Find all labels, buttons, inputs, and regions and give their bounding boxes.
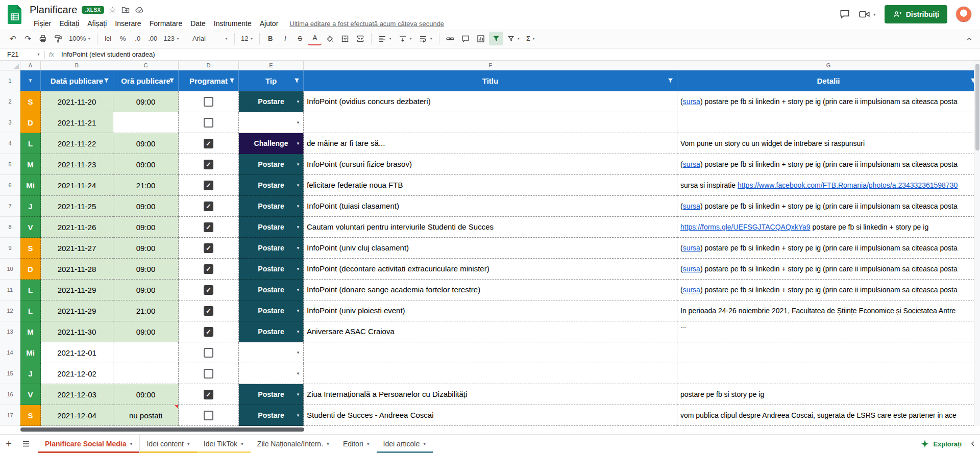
time-cell[interactable]: nu postati bbox=[113, 405, 179, 426]
day-cell[interactable]: Mi bbox=[20, 175, 41, 196]
filter-icon[interactable] bbox=[28, 79, 33, 83]
title-cell[interactable]: InfoPoint (cursuri fizice brasov) bbox=[304, 154, 677, 175]
checkbox[interactable] bbox=[204, 411, 213, 420]
detail-cell[interactable] bbox=[677, 363, 980, 384]
move-folder-icon[interactable] bbox=[121, 5, 130, 14]
header-cell-g[interactable]: Detalii bbox=[677, 70, 980, 91]
title-cell[interactable]: Aniversare ASAC Craiova bbox=[304, 321, 677, 342]
vertical-scrollbar-thumb[interactable] bbox=[975, 64, 979, 150]
time-cell[interactable]: 09:00 bbox=[113, 280, 179, 300]
time-cell[interactable]: 09:00 bbox=[113, 321, 179, 342]
italic-button[interactable]: I bbox=[278, 32, 292, 45]
time-cell[interactable]: 09:00 bbox=[113, 133, 179, 154]
detail-link[interactable]: sursa bbox=[683, 244, 700, 252]
checkbox-cell[interactable] bbox=[179, 112, 239, 133]
row-number[interactable]: 6 bbox=[0, 175, 20, 196]
detail-cell[interactable] bbox=[677, 342, 980, 363]
star-icon[interactable]: ☆ bbox=[109, 5, 116, 15]
tip-dropdown[interactable]: Postare▼ bbox=[239, 259, 304, 280]
checkbox[interactable] bbox=[204, 369, 213, 379]
filter-button[interactable] bbox=[489, 32, 503, 45]
column-header-e[interactable]: E bbox=[239, 61, 304, 70]
sheet-tab[interactable]: Idei articole▼ bbox=[377, 435, 433, 453]
day-cell[interactable]: D bbox=[20, 259, 41, 280]
bold-button[interactable]: B bbox=[263, 32, 277, 45]
tip-dropdown[interactable]: Postare▼ bbox=[239, 321, 304, 342]
day-cell[interactable]: S bbox=[20, 405, 41, 426]
checkbox-cell[interactable]: ✓ bbox=[179, 321, 239, 342]
checkbox[interactable] bbox=[204, 118, 213, 128]
collapse-chevron-icon[interactable] bbox=[969, 435, 977, 453]
detail-link[interactable]: sursa bbox=[683, 286, 700, 294]
detail-cell[interactable]: (sursa) postare pe fb si linkedin + stor… bbox=[677, 196, 980, 217]
row-number[interactable]: 10 bbox=[0, 259, 20, 280]
title-cell[interactable]: InfoPoint (univ ploiesti event) bbox=[304, 300, 677, 321]
tip-dropdown[interactable]: Postare▼ bbox=[239, 196, 304, 217]
title-cell[interactable]: Cautam voluntari pentru interviurile Stu… bbox=[304, 217, 677, 238]
add-sheet-button[interactable]: + bbox=[0, 435, 17, 453]
title-cell[interactable] bbox=[304, 363, 677, 384]
time-cell[interactable]: 09:00 bbox=[113, 384, 179, 405]
detail-cell[interactable]: ... bbox=[677, 321, 980, 342]
checkbox-cell[interactable]: ✓ bbox=[179, 280, 239, 300]
filter-icon[interactable] bbox=[168, 78, 175, 84]
checkbox-cell[interactable]: ✓ bbox=[179, 384, 239, 405]
filter-views-button[interactable]: ▼ bbox=[504, 32, 523, 45]
tip-dropdown[interactable]: Postare▼ bbox=[239, 91, 304, 112]
row-number[interactable]: 8 bbox=[0, 217, 20, 238]
row-number[interactable]: 15 bbox=[0, 363, 20, 384]
sheet-tab-menu-icon[interactable]: ▼ bbox=[366, 442, 370, 446]
checkbox-cell[interactable]: ✓ bbox=[179, 259, 239, 280]
filter-icon[interactable] bbox=[229, 78, 235, 84]
day-cell[interactable]: L bbox=[20, 280, 41, 300]
column-header-f[interactable]: F bbox=[304, 61, 677, 70]
checkbox-cell[interactable]: ✓ bbox=[179, 175, 239, 196]
detail-link[interactable]: https://www.facebook.com/FTB.Romania/pho… bbox=[738, 181, 958, 189]
day-cell[interactable]: V bbox=[20, 384, 41, 405]
time-cell[interactable]: 09:00 bbox=[113, 196, 179, 217]
date-cell[interactable]: 2021-11-22 bbox=[41, 133, 113, 154]
header-cell-e[interactable]: Tip bbox=[239, 70, 304, 91]
title-cell[interactable]: InfoPoint (ovidius concurs dezbateri) bbox=[304, 91, 677, 112]
checkbox-cell[interactable]: ✓ bbox=[179, 238, 239, 259]
header-cell-f[interactable]: Titlu bbox=[304, 70, 677, 91]
time-cell[interactable] bbox=[113, 342, 179, 363]
insert-chart-button[interactable] bbox=[474, 32, 488, 45]
fill-color-button[interactable] bbox=[323, 32, 337, 45]
font-select[interactable]: Arial ▼ bbox=[190, 32, 231, 45]
checkbox-cell[interactable]: ✓ bbox=[179, 300, 239, 321]
detail-cell[interactable]: (sursa) postare pe fb si linkedin + stor… bbox=[677, 259, 980, 280]
borders-button[interactable] bbox=[338, 32, 352, 45]
time-cell[interactable]: 09:00 bbox=[113, 91, 179, 112]
filter-icon[interactable] bbox=[103, 78, 110, 84]
text-color-button[interactable]: A bbox=[308, 32, 322, 45]
tip-dropdown[interactable]: Postare▼ bbox=[239, 405, 304, 426]
percent-format-button[interactable]: % bbox=[116, 32, 130, 45]
date-cell[interactable]: 2021-11-25 bbox=[41, 196, 113, 217]
menu-editai[interactable]: Editați bbox=[55, 18, 83, 29]
checkbox[interactable]: ✓ bbox=[204, 327, 213, 337]
detail-cell[interactable]: Vom pune un story cu un widget de intreb… bbox=[677, 133, 980, 154]
checkbox-cell[interactable] bbox=[179, 405, 239, 426]
header-cell-b[interactable]: Dată publicare bbox=[41, 70, 113, 91]
sheet-tab[interactable]: Idei TikTok▼ bbox=[197, 435, 251, 453]
menu-date[interactable]: Date bbox=[186, 18, 210, 29]
row-number[interactable]: 3 bbox=[0, 112, 20, 133]
sheet-tab-menu-icon[interactable]: ▼ bbox=[240, 442, 244, 446]
menu-fiier[interactable]: Fișier bbox=[30, 18, 55, 29]
horizontal-scrollbar-thumb[interactable] bbox=[20, 427, 304, 432]
row-number[interactable]: 14 bbox=[0, 342, 20, 363]
detail-link[interactable]: sursa bbox=[683, 202, 700, 210]
number-format-button[interactable]: 123 ▼ bbox=[161, 32, 182, 45]
date-cell[interactable]: 2021-11-23 bbox=[41, 154, 113, 175]
detail-cell[interactable]: vom publica clipul despre Andreea Coscai… bbox=[677, 405, 980, 426]
checkbox-cell[interactable]: ✓ bbox=[179, 196, 239, 217]
time-cell[interactable]: 09:00 bbox=[113, 154, 179, 175]
day-cell[interactable]: J bbox=[20, 196, 41, 217]
checkbox-cell[interactable] bbox=[179, 363, 239, 384]
day-cell[interactable]: V bbox=[20, 217, 41, 238]
sheet-tab[interactable]: Editori▼ bbox=[336, 435, 377, 453]
day-cell[interactable]: D bbox=[20, 112, 41, 133]
sheet-tab[interactable]: Planificare Social Media▼ bbox=[38, 435, 140, 453]
column-header-c[interactable]: C bbox=[113, 61, 179, 70]
